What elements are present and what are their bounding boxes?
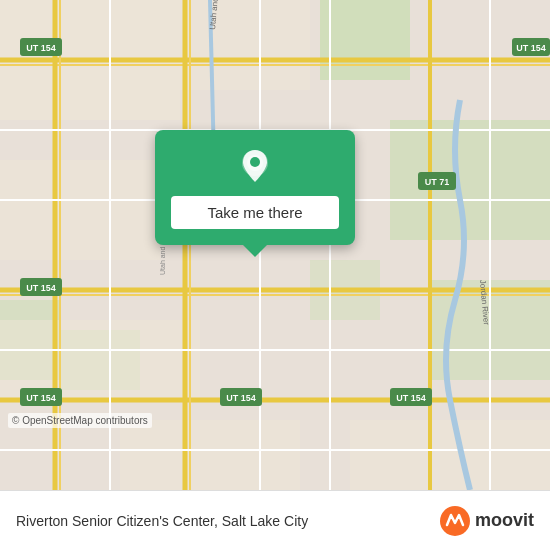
- svg-rect-2: [390, 120, 550, 240]
- moovit-logo: moovit: [439, 505, 534, 537]
- svg-rect-1: [320, 0, 410, 80]
- svg-text:UT 154: UT 154: [26, 393, 56, 403]
- info-bar: Riverton Senior Citizen's Center, Salt L…: [0, 490, 550, 550]
- popup-card: Take me there: [155, 130, 355, 245]
- svg-text:UT 154: UT 154: [26, 283, 56, 293]
- map-container: Utah and Salt Lake Canal Jordan River UT…: [0, 0, 550, 490]
- svg-text:UT 154: UT 154: [26, 43, 56, 53]
- location-pin-icon: [235, 146, 275, 186]
- moovit-label: moovit: [475, 510, 534, 531]
- copyright-text: © OpenStreetMap contributors: [8, 413, 152, 428]
- svg-rect-12: [350, 420, 550, 490]
- svg-text:UT 154: UT 154: [516, 43, 546, 53]
- take-me-there-button[interactable]: Take me there: [171, 196, 339, 229]
- moovit-icon: [439, 505, 471, 537]
- svg-text:UT 154: UT 154: [396, 393, 426, 403]
- svg-text:UT 154: UT 154: [226, 393, 256, 403]
- svg-rect-11: [120, 420, 300, 490]
- svg-point-51: [250, 157, 260, 167]
- location-text: Riverton Senior Citizen's Center, Salt L…: [16, 513, 439, 529]
- svg-text:UT 71: UT 71: [425, 177, 450, 187]
- svg-rect-9: [180, 0, 310, 90]
- svg-rect-8: [0, 160, 160, 260]
